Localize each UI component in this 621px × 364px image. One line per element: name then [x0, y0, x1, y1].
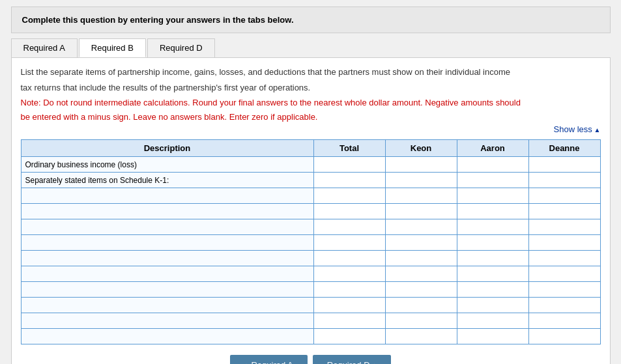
input-total[interactable]: [318, 331, 381, 342]
input-aaron[interactable]: [461, 331, 525, 342]
input-total[interactable]: [318, 222, 381, 232]
input-description[interactable]: [25, 331, 310, 342]
cell-aaron[interactable]: [457, 235, 528, 251]
input-description[interactable]: [25, 191, 310, 201]
input-keon[interactable]: [390, 175, 453, 186]
cell-description[interactable]: [21, 298, 313, 313]
cell-total[interactable]: [313, 188, 385, 204]
cell-description[interactable]: [21, 188, 313, 204]
input-keon[interactable]: [390, 206, 453, 217]
input-deanne[interactable]: [533, 206, 596, 217]
cell-aaron[interactable]: [457, 282, 528, 298]
input-deanne[interactable]: [533, 175, 596, 186]
input-keon[interactable]: [390, 316, 453, 326]
input-total[interactable]: [318, 238, 381, 248]
cell-keon[interactable]: [385, 266, 457, 282]
cell-keon[interactable]: [385, 329, 457, 344]
input-keon[interactable]: [390, 300, 453, 311]
input-total[interactable]: [318, 300, 381, 311]
input-description[interactable]: [25, 222, 310, 232]
input-aaron[interactable]: [461, 222, 525, 232]
input-aaron[interactable]: [461, 269, 525, 279]
cell-total[interactable]: [313, 157, 385, 173]
input-total[interactable]: [318, 285, 381, 295]
input-aaron[interactable]: [461, 253, 525, 264]
cell-deanne[interactable]: [528, 313, 600, 329]
input-description[interactable]: [25, 285, 310, 295]
input-description[interactable]: [25, 300, 310, 311]
input-keon[interactable]: [390, 331, 453, 342]
cell-keon[interactable]: [385, 157, 457, 173]
input-keon[interactable]: [390, 238, 453, 248]
input-deanne[interactable]: [533, 238, 596, 248]
input-deanne[interactable]: [533, 285, 596, 295]
prev-button[interactable]: ‹ Required A: [230, 355, 308, 364]
cell-total[interactable]: [313, 204, 385, 219]
input-deanne[interactable]: [533, 269, 596, 279]
cell-description[interactable]: [21, 266, 313, 282]
input-aaron[interactable]: [461, 238, 525, 248]
input-description[interactable]: [25, 316, 310, 326]
cell-description[interactable]: [21, 329, 313, 344]
cell-total[interactable]: [313, 329, 385, 344]
cell-deanne[interactable]: [528, 329, 600, 344]
cell-deanne[interactable]: [528, 219, 600, 235]
input-keon[interactable]: [390, 253, 453, 264]
cell-deanne[interactable]: [528, 173, 600, 188]
cell-total[interactable]: [313, 298, 385, 313]
tab-required-a[interactable]: Required A: [11, 38, 78, 57]
input-deanne[interactable]: [533, 160, 596, 170]
input-keon[interactable]: [390, 269, 453, 279]
cell-aaron[interactable]: [457, 313, 528, 329]
input-total[interactable]: [318, 316, 381, 326]
cell-aaron[interactable]: [457, 157, 528, 173]
cell-description[interactable]: [21, 219, 313, 235]
cell-keon[interactable]: [385, 204, 457, 219]
input-description[interactable]: [25, 206, 310, 217]
cell-deanne[interactable]: [528, 235, 600, 251]
cell-keon[interactable]: [385, 219, 457, 235]
cell-aaron[interactable]: [457, 204, 528, 219]
input-description[interactable]: [25, 253, 310, 264]
input-total[interactable]: [318, 160, 381, 170]
input-aaron[interactable]: [461, 316, 525, 326]
input-total[interactable]: [318, 191, 381, 201]
cell-total[interactable]: [313, 235, 385, 251]
cell-total[interactable]: [313, 266, 385, 282]
cell-deanne[interactable]: [528, 266, 600, 282]
cell-deanne[interactable]: [528, 251, 600, 266]
input-keon[interactable]: [390, 191, 453, 201]
cell-keon[interactable]: [385, 298, 457, 313]
cell-total[interactable]: [313, 173, 385, 188]
input-deanne[interactable]: [533, 222, 596, 232]
cell-aaron[interactable]: [457, 266, 528, 282]
cell-description[interactable]: [21, 282, 313, 298]
input-keon[interactable]: [390, 222, 453, 232]
input-total[interactable]: [318, 253, 381, 264]
input-description[interactable]: [25, 238, 310, 248]
cell-deanne[interactable]: [528, 188, 600, 204]
cell-keon[interactable]: [385, 251, 457, 266]
input-aaron[interactable]: [461, 285, 525, 295]
cell-deanne[interactable]: [528, 298, 600, 313]
input-deanne[interactable]: [533, 331, 596, 342]
cell-keon[interactable]: [385, 282, 457, 298]
input-aaron[interactable]: [461, 160, 525, 170]
input-aaron[interactable]: [461, 206, 525, 217]
cell-aaron[interactable]: [457, 251, 528, 266]
cell-total[interactable]: [313, 313, 385, 329]
input-total[interactable]: [318, 175, 381, 186]
tab-required-b[interactable]: Required B: [79, 38, 146, 57]
cell-total[interactable]: [313, 251, 385, 266]
tab-required-d[interactable]: Required D: [147, 38, 215, 57]
cell-total[interactable]: [313, 219, 385, 235]
cell-aaron[interactable]: [457, 329, 528, 344]
input-deanne[interactable]: [533, 300, 596, 311]
cell-aaron[interactable]: [457, 173, 528, 188]
cell-aaron[interactable]: [457, 188, 528, 204]
next-button[interactable]: Required D ›: [313, 355, 391, 364]
input-keon[interactable]: [390, 285, 453, 295]
input-keon[interactable]: [390, 160, 453, 170]
cell-aaron[interactable]: [457, 298, 528, 313]
cell-keon[interactable]: [385, 188, 457, 204]
